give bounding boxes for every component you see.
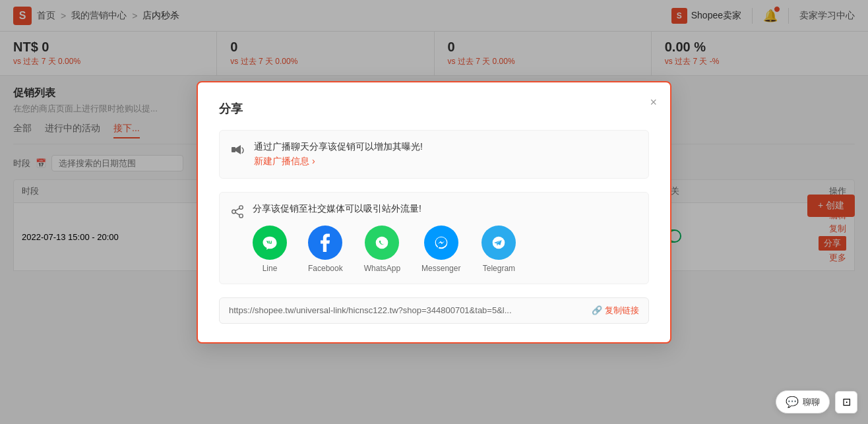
social-section: 分享该促销至社交媒体可以吸引站外流量! Line xyxy=(219,192,649,284)
modal-close-button[interactable]: × xyxy=(650,96,657,109)
svg-line-5 xyxy=(235,208,239,210)
minimize-icon: ⊡ xyxy=(842,396,851,408)
minimize-button[interactable]: ⊡ xyxy=(835,391,857,413)
broadcast-link[interactable]: 新建广播信息 › xyxy=(254,156,423,167)
broadcast-section: 通过广播聊天分享该促销可以增加其曝光! 新建广播信息 › xyxy=(219,130,649,179)
url-section: https://shopee.tw/universal-link/hicnsc1… xyxy=(219,297,649,324)
line-icon xyxy=(253,226,287,260)
modal-overlay[interactable]: 分享 × 通过广播聊天分享该促销可以增加其曝光! 新建广播信息 › xyxy=(0,0,868,424)
svg-line-4 xyxy=(235,212,239,215)
copy-link-label: 复制链接 xyxy=(605,305,639,317)
broadcast-text: 通过广播聊天分享该促销可以增加其曝光! xyxy=(254,141,423,153)
social-item-messenger[interactable]: Messenger xyxy=(421,226,460,273)
modal-title: 分享 xyxy=(219,101,649,117)
social-icons: Line Facebook xyxy=(253,226,638,273)
broadcast-content: 通过广播聊天分享该促销可以增加其曝光! 新建广播信息 › xyxy=(254,141,423,167)
broadcast-icon xyxy=(230,142,246,162)
copy-link-button[interactable]: 🔗 复制链接 xyxy=(592,305,639,317)
svg-point-3 xyxy=(239,214,243,218)
copy-link-icon: 🔗 xyxy=(592,305,602,315)
svg-point-6 xyxy=(376,236,388,249)
share-icon xyxy=(230,204,245,222)
social-text: 分享该促销至社交媒体可以吸引站外流量! xyxy=(253,203,638,215)
share-modal: 分享 × 通过广播聊天分享该促销可以增加其曝光! 新建广播信息 › xyxy=(197,81,671,344)
svg-rect-0 xyxy=(232,147,235,152)
bottom-right-buttons: 💬 聊聊 ⊡ xyxy=(776,390,857,413)
telegram-icon xyxy=(481,226,516,260)
messenger-label: Messenger xyxy=(421,264,460,273)
social-item-facebook[interactable]: Facebook xyxy=(308,226,343,273)
telegram-label: Telegram xyxy=(483,264,515,273)
facebook-label: Facebook xyxy=(308,264,343,273)
share-url: https://shopee.tw/universal-link/hicnsc1… xyxy=(229,305,585,315)
whatsapp-icon xyxy=(365,226,399,260)
chat-icon: 💬 xyxy=(786,396,799,408)
whatsapp-label: WhatsApp xyxy=(364,264,400,273)
chat-label: 聊聊 xyxy=(803,396,820,408)
svg-point-1 xyxy=(239,205,243,209)
line-label: Line xyxy=(263,264,278,273)
social-item-telegram[interactable]: Telegram xyxy=(481,226,516,273)
messenger-icon xyxy=(424,226,458,260)
social-item-whatsapp[interactable]: WhatsApp xyxy=(364,226,400,273)
facebook-icon xyxy=(308,226,342,260)
social-item-line[interactable]: Line xyxy=(253,226,287,273)
social-content: 分享该促销至社交媒体可以吸引站外流量! Line xyxy=(253,203,638,273)
chat-button[interactable]: 💬 聊聊 xyxy=(776,390,830,413)
svg-point-2 xyxy=(232,210,236,214)
